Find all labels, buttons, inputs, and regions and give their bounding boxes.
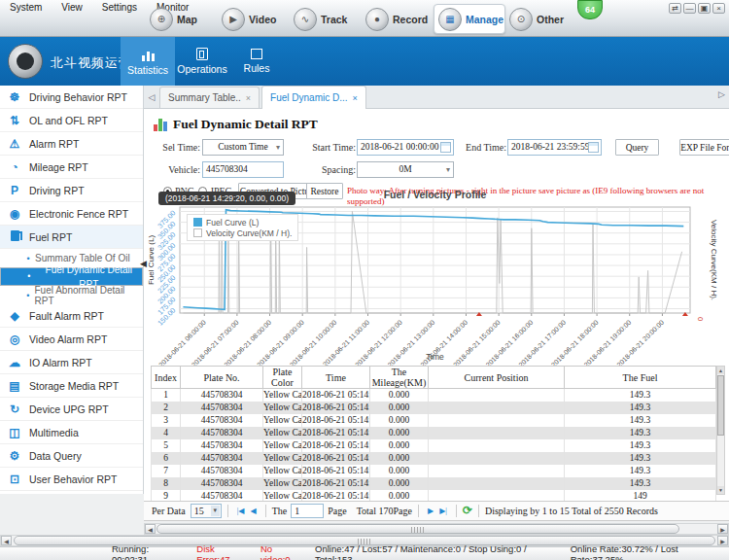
toolbar-other-button[interactable]: ⊙Other (505, 4, 577, 34)
camera-icon: ◎ (0, 332, 29, 346)
last-page-button[interactable]: ▶| (436, 507, 450, 515)
sidebar-item-io-alarm-rpt[interactable]: ☁IO Alarm RPT (0, 351, 143, 374)
nav-tab-label: Rules (244, 62, 270, 74)
nav-tab-statistics[interactable]: Statistics (121, 37, 175, 86)
sidebar-item-mileage-rpt[interactable]: ◔Mileage RPT (0, 156, 143, 179)
scroll-right-icon[interactable]: ▶ (717, 524, 728, 534)
sidebar-item-fault-alarm-rpt[interactable]: ◆Fault Alarm RPT (0, 304, 143, 328)
bullet-icon: • (21, 254, 35, 263)
sidebar-item-alarm-rpt[interactable]: ⚠Alarm RPT (0, 132, 143, 156)
table-row[interactable]: 6445708304Yellow Card2018-06-21 05:14:18… (152, 452, 716, 465)
scroll-up-icon[interactable]: ▲ (717, 367, 724, 374)
sidebar-item-electronic-fence-rpt[interactable]: ◉Electronic Fence RPT (0, 202, 143, 226)
table-row[interactable]: 1445708304Yellow Card2018-06-21 05:14:02… (152, 389, 716, 402)
table-row[interactable]: 2445708304Yellow Card2018-06-21 05:14:02… (152, 402, 716, 414)
sidebar-collapse-handle[interactable]: ◀ (140, 258, 148, 269)
content-scrollbar-thumb[interactable] (156, 524, 679, 534)
table-row[interactable]: 7445708304Yellow Card2018-06-21 05:14:28… (152, 465, 716, 477)
table-cell: 0.000 (370, 389, 429, 402)
table-cell: 8 (152, 477, 181, 490)
menu-item-system[interactable]: System (8, 1, 44, 14)
sidebar-item-fuel-rpt[interactable]: Fuel RPT (0, 226, 143, 249)
sidebar-item-storage-media-rpt[interactable]: ▤Storage Media RPT (0, 374, 143, 398)
query-button[interactable]: Query (615, 139, 659, 156)
next-page-button[interactable]: ▶ (425, 507, 436, 515)
refresh-icon[interactable]: ⟳ (463, 504, 472, 518)
close-icon[interactable]: × (246, 93, 251, 103)
nav-tab-rules[interactable]: Rules (229, 37, 284, 86)
sidebar-item-multimedia[interactable]: ◫Multimedia (0, 421, 143, 444)
vehicle-input[interactable]: 445708304 (202, 161, 284, 178)
track-icon: ∿ (294, 8, 317, 31)
status-running: Running: 00:02:31 (112, 543, 185, 560)
table-scrollbar-thumb[interactable] (717, 375, 724, 436)
table-row[interactable]: 3445708304Yellow Card2018-06-21 05:14:06… (152, 414, 716, 427)
sidebar-item-temperature-rpt[interactable]: ♨Temperature RPT (0, 491, 143, 494)
table-row[interactable]: 4445708304Yellow Card2018-06-21 05:14:06… (152, 427, 716, 439)
table-cell: 0.000 (370, 414, 429, 427)
nav-tab-operations[interactable]: Operations (175, 37, 229, 86)
toolbar-track-button[interactable]: ∿Track (290, 4, 362, 34)
total-pages-label: Total 170Page (357, 506, 412, 516)
svg-text:Velocity Curve(KM / H).: Velocity Curve(KM / H). (710, 220, 718, 300)
restore-button[interactable]: ▣ (698, 3, 711, 14)
end-time-input[interactable]: 2018-06-21 23:59:59 (507, 139, 602, 156)
table-row[interactable]: 5445708304Yellow Card2018-06-21 05:14:08… (152, 439, 716, 452)
minimize-button[interactable]: — (683, 3, 696, 14)
toolbar-video-button[interactable]: ▶Video (218, 4, 290, 34)
sidebar-item-video-alarm-rpt[interactable]: ◎Video Alarm RPT (0, 328, 143, 351)
scroll-down-icon[interactable]: ▼ (717, 486, 724, 494)
table-cell: 445708304 (181, 402, 263, 414)
chart-legend[interactable]: Fuel Curve (L)Velocity Curve(KM / H). (187, 214, 298, 241)
switch-window-button[interactable]: ⇄ (669, 3, 681, 14)
app-header: 北斗视频运营平台 StatisticsOperationsRules (0, 37, 729, 86)
export-file-button[interactable]: EXP File Form (679, 139, 729, 156)
sidebar-item-driving-behavior-rpt[interactable]: ☸Driving Behavior RPT (0, 86, 143, 109)
steering-wheel-icon: ☸ (0, 90, 29, 104)
content-horizontal-scrollbar[interactable]: ◀ ▶ (144, 523, 729, 535)
menu-item-settings[interactable]: Settings (100, 1, 139, 14)
scroll-left-icon[interactable]: ◀ (1, 536, 12, 545)
tabstrip-scroll-left-icon[interactable]: ◁ (144, 87, 159, 108)
legend-item-fuel-curve-l[interactable]: Fuel Curve (L) (193, 217, 292, 228)
prev-page-button[interactable]: ◀ (247, 507, 259, 515)
table-cell: 5 (152, 439, 181, 452)
toolbar-map-button[interactable]: ⊕Map (146, 4, 218, 34)
table-vertical-scrollbar[interactable]: ▲ ▼ (716, 366, 725, 495)
fuel-pump-glyph (11, 230, 19, 241)
calendar-icon[interactable] (440, 142, 451, 153)
tabstrip-scroll-right-icon[interactable]: ▷ (718, 89, 725, 99)
sidebar-subitem-fuel-abnormal-detail-rpt[interactable]: •Fuel Abnormal Detail RPT (0, 286, 143, 304)
spacing-value: 0M (399, 164, 411, 174)
table-cell: 1 (152, 389, 181, 402)
table-cell: 445708304 (181, 414, 263, 427)
sidebar-item-data-query[interactable]: ⚙Data Query (0, 444, 143, 468)
sel-time-select[interactable]: Custom Time ▾ (202, 139, 284, 156)
spacing-select[interactable]: 0M ▾ (357, 161, 454, 178)
calendar-icon[interactable] (588, 142, 599, 153)
close-button[interactable]: × (712, 3, 725, 14)
document-tab-fuel-dynamic-d[interactable]: Fuel Dynamic D...× (261, 86, 366, 109)
speedometer-icon: ◔ (0, 160, 29, 174)
toolbar-record-button[interactable]: ●Record (362, 4, 434, 34)
sel-time-label: Sel Time: (154, 139, 200, 156)
menu-item-view[interactable]: View (59, 1, 85, 14)
column-header-the-mileage-km: The Mileage(KM) (370, 367, 429, 389)
document-tab-summary-table[interactable]: Summary Table..× (159, 87, 260, 108)
table-cell (429, 439, 565, 452)
per-data-select[interactable]: 15 ▾ (191, 504, 222, 518)
first-page-button[interactable]: |◀ (234, 507, 248, 515)
page-number-input[interactable]: 1 (291, 504, 324, 518)
legend-item-velocity-curve-km-h[interactable]: Velocity Curve(KM / H). (193, 228, 292, 238)
scroll-left-icon[interactable]: ◀ (145, 524, 156, 534)
sidebar-subitem-fuel-dynamic-detail-rpt[interactable]: •Fuel Dynamic Detail RPT (0, 267, 143, 286)
toolbar-manage-button[interactable]: ▦Manage (434, 4, 505, 34)
sidebar-item-ol-and-ofl-rpt[interactable]: ⇅OL and OFL RPT (0, 109, 143, 132)
close-icon[interactable]: × (353, 93, 358, 103)
svg-text:0: 0 (696, 317, 705, 321)
start-time-input[interactable]: 2018-06-21 00:00:00 (357, 139, 454, 156)
sidebar-item-device-upg-rpt[interactable]: ↻Device UPG RPT (0, 398, 143, 421)
table-row[interactable]: 8445708304Yellow Card2018-06-21 05:14:38… (152, 477, 716, 490)
sidebar-item-driving-rpt[interactable]: PDriving RPT (0, 179, 143, 202)
sidebar-item-user-behavior-rpt[interactable]: ⊡User Behavior RPT (0, 468, 143, 491)
